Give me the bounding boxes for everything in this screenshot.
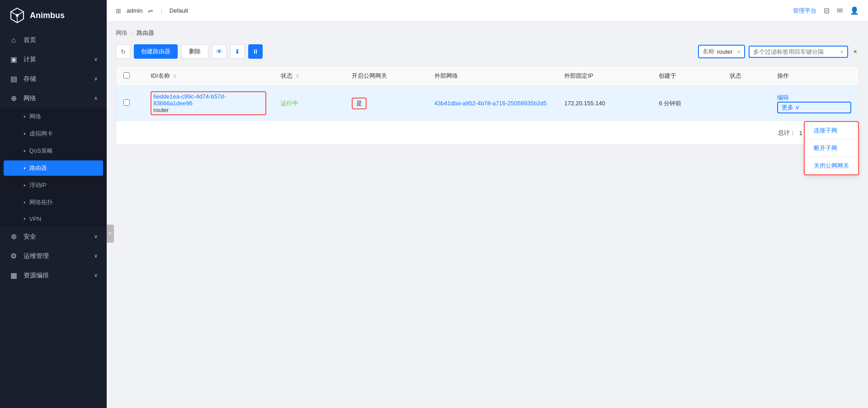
router-id-link[interactable]: 6edde1ea-c99c-4d74-b57d-83666a1dee96 — [153, 93, 264, 107]
breadcrumb-current: 路由器 — [137, 29, 154, 37]
security-arrow: ∨ — [94, 234, 98, 239]
mail-icon[interactable]: ✉ — [837, 6, 843, 15]
dropdown-item-disconnect-subnet[interactable]: 断开子网 — [805, 140, 858, 157]
sidebar-item-router[interactable]: 路由器 — [4, 160, 103, 176]
breadcrumb-parent: 网络 — [116, 29, 127, 37]
status-badge: 运行中 — [281, 100, 298, 107]
sidebar-item-storage[interactable]: ▤ 存储 ∨ — [0, 69, 107, 89]
col-id-sort-icon[interactable]: ⇅ — [173, 74, 177, 79]
sidebar-label-resource: 资源编排 — [24, 272, 49, 280]
row-status-cell: 运行中 — [274, 86, 344, 121]
home-icon: ⌂ — [9, 36, 18, 44]
create-router-button[interactable]: 创建路由器 — [134, 44, 178, 59]
sidebar-item-resource[interactable]: ▦ 资源编排 ∨ — [0, 266, 107, 285]
topbar-right: 管理平台 ⊟ ✉ 👤 — [793, 6, 859, 15]
sidebar-item-floating-ip[interactable]: 浮动IP — [0, 177, 107, 194]
col-action: 操作 — [770, 66, 859, 86]
refresh-button[interactable]: ↻ — [116, 44, 130, 59]
eye-button[interactable]: 👁 — [212, 44, 226, 59]
network-icon: ⊕ — [9, 94, 18, 103]
select-all-checkbox[interactable] — [123, 72, 130, 79]
topbar-separator: | — [160, 7, 162, 14]
row-ext-network-cell: 43b41dba-a952-4b78-a716-25058935b2d5 — [427, 86, 557, 121]
row-id-cell: 6edde1ea-c99c-4d74-b57d-83666a1dee96 rou… — [143, 86, 274, 121]
network-submenu: 网络 虚拟网卡 QoS策略 路由器 浮动IP 网络拓扑 VPN — [0, 108, 107, 227]
filter-input-wrap: × — [749, 46, 848, 58]
filter-input[interactable] — [753, 48, 840, 55]
col-status-sort-icon[interactable]: ⇅ — [296, 74, 299, 79]
filter-tag-name-label: 名称 — [703, 47, 714, 56]
more-action[interactable]: 更多 ∨ — [777, 102, 851, 113]
col-ext-network: 外部网络 — [427, 66, 557, 86]
filter-clear-all-icon[interactable]: × — [852, 46, 859, 57]
logo: Animbus — [0, 0, 107, 31]
sidebar-item-network-sub[interactable]: 网络 — [0, 108, 107, 125]
edit-action[interactable]: 编辑 — [777, 94, 789, 101]
col-id-label: ID/名称 — [151, 72, 170, 79]
grid-icon: ⊞ — [116, 7, 121, 14]
scroll-handle[interactable]: ≡ — [107, 225, 114, 243]
col-id-name: ID/名称 ⇅ — [143, 66, 274, 86]
switch-icon: ⇌ — [148, 7, 153, 14]
gateway-value: 是 — [356, 100, 362, 107]
table-header-row: ID/名称 ⇅ 状态 ⇅ 开启公网网关 外部网络 — [116, 66, 859, 86]
app-name: Animbus — [30, 11, 65, 20]
content-area: 网络 / 路由器 ↻ 创建路由器 删除 👁 ⬇ ⏸ 名称 router × — [107, 22, 868, 408]
user-icon[interactable]: 👤 — [850, 6, 859, 15]
storage-icon: ▤ — [9, 75, 18, 83]
sidebar-item-vnic[interactable]: 虚拟网卡 — [0, 125, 107, 142]
col-created: 创建于 — [651, 66, 722, 86]
created-value: 6 分钟前 — [659, 100, 681, 107]
filter-input-clear-icon[interactable]: × — [840, 48, 844, 55]
main-content: ⊞ admin ⇌ | Default 管理平台 ⊟ ✉ 👤 网络 / 路由器 … — [107, 0, 868, 408]
table-icon[interactable]: ⊟ — [824, 6, 830, 15]
sidebar-item-home[interactable]: ⌂ 首页 — [0, 31, 107, 50]
dropdown-item-close-gateway[interactable]: 关闭公网网关 — [805, 157, 858, 174]
network-sub-label: 网络 — [29, 113, 41, 121]
pagination: 总计： 1 < 1 > — [116, 121, 859, 145]
col-gateway: 开启公网网关 — [344, 66, 427, 86]
ops-arrow: ∨ — [94, 253, 98, 259]
more-chevron-icon: ∨ — [795, 104, 800, 111]
sidebar-menu: ⌂ 首页 ▣ 计算 ∨ ▤ 存储 ∨ ⊕ 网络 ∧ 网络 虚拟网卡 QoS策略 — [0, 31, 107, 408]
download-button[interactable]: ⬇ — [230, 44, 245, 59]
sidebar-item-security[interactable]: ⊛ 安全 ∨ — [0, 227, 107, 246]
col-checkbox — [116, 66, 143, 86]
breadcrumb: 网络 / 路由器 — [116, 29, 859, 37]
topbar-mgmt-btn[interactable]: 管理平台 — [793, 7, 816, 15]
sidebar-label-network: 网络 — [24, 94, 36, 103]
sidebar-item-compute[interactable]: ▣ 计算 ∨ — [0, 50, 107, 69]
sidebar-item-ops[interactable]: ⚙ 运维管理 ∨ — [0, 246, 107, 266]
filter-tag-value: router — [717, 48, 732, 55]
col-created-label: 创建于 — [659, 72, 676, 79]
dropdown-item-connect-subnet[interactable]: 连接子网 — [805, 122, 858, 140]
sidebar-item-network[interactable]: ⊕ 网络 ∧ — [0, 89, 107, 108]
col-status: 状态 ⇅ — [274, 66, 344, 86]
delete-button[interactable]: 删除 — [181, 44, 208, 59]
sidebar-item-topology[interactable]: 网络拓扑 — [0, 194, 107, 211]
sidebar-label-storage: 存储 — [24, 75, 36, 83]
topbar-admin: admin — [127, 7, 142, 14]
sidebar: Animbus ⌂ 首页 ▣ 计算 ∨ ▤ 存储 ∨ ⊕ 网络 ∧ 网络 虚拟网… — [0, 0, 107, 408]
col-fixed-ip: 外部固定IP — [557, 66, 651, 86]
filter-area: 名称 router × × × — [698, 45, 859, 58]
total-count: 1 — [799, 130, 802, 136]
logo-icon — [9, 7, 25, 23]
row-checkbox[interactable] — [123, 99, 130, 106]
row-state-cell — [722, 86, 770, 121]
filter-tag-close-icon[interactable]: × — [737, 48, 741, 55]
router-name: router — [153, 107, 264, 113]
sidebar-label-compute: 计算 — [24, 56, 36, 64]
resource-arrow: ∨ — [94, 272, 98, 278]
topbar: ⊞ admin ⇌ | Default 管理平台 ⊟ ✉ 👤 — [107, 0, 868, 22]
filter-tag-name: 名称 router × — [698, 45, 745, 58]
qos-label: QoS策略 — [29, 147, 53, 155]
dropdown-menu: 连接子网 断开子网 关闭公网网关 — [804, 121, 859, 175]
sidebar-item-vpn[interactable]: VPN — [0, 211, 107, 227]
sidebar-item-qos[interactable]: QoS策略 — [0, 142, 107, 159]
ext-network-link[interactable]: 43b41dba-a952-4b78-a716-25058935b2d5 — [434, 100, 547, 107]
pause-button[interactable]: ⏸ — [248, 44, 263, 59]
total-label: 总计： — [778, 129, 796, 137]
vpn-label: VPN — [29, 216, 42, 222]
col-gateway-label: 开启公网网关 — [352, 72, 387, 79]
